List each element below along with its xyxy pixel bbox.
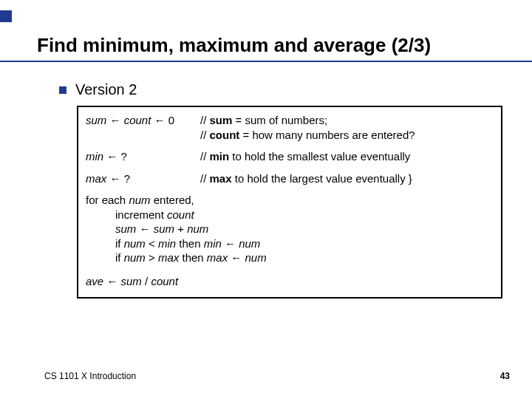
footer-page-number: 43 xyxy=(500,371,510,381)
pseudo-left: min ← ? xyxy=(86,149,200,164)
pseudo-row: min ← ? // min to hold the smallest valu… xyxy=(86,149,494,164)
pseudo-row: max ← ? // max to hold the largest value… xyxy=(86,171,494,186)
loop-line: increment count xyxy=(86,208,494,222)
ave-line: ave ← sum / count xyxy=(86,274,494,289)
bullet-row: Version 2 xyxy=(59,81,502,98)
loop-line: sum ← sum + num xyxy=(86,222,494,236)
pseudo-right: // max to hold the largest value eventua… xyxy=(200,171,494,186)
pseudo-right: // sum = sum of numbers;// count = how m… xyxy=(200,113,494,142)
loop-header: for each num entered, xyxy=(86,193,494,208)
page-title: Find minimum, maximum and average (2/3) xyxy=(37,34,525,57)
loop-block: for each num entered, increment count su… xyxy=(86,193,494,265)
section-heading: Version 2 xyxy=(75,81,137,98)
loop-line: if num < min then min ← num xyxy=(86,236,494,251)
content-area: Version 2 sum ← count ← 0 // sum = sum o… xyxy=(59,81,502,299)
loop-line: if num > max then max ← num xyxy=(86,250,494,265)
bullet-icon xyxy=(59,86,66,94)
footer-course: CS 1101 X Introduction xyxy=(44,371,136,381)
pseudo-left: max ← ? xyxy=(86,171,200,186)
pseudo-right: // min to hold the smallest value eventu… xyxy=(200,149,494,164)
accent-square-icon xyxy=(0,10,12,22)
title-underline xyxy=(0,61,532,62)
pseudo-left: sum ← count ← 0 xyxy=(86,113,200,142)
pseudocode-box: sum ← count ← 0 // sum = sum of numbers;… xyxy=(77,106,502,299)
pseudo-row: sum ← count ← 0 // sum = sum of numbers;… xyxy=(86,113,494,142)
